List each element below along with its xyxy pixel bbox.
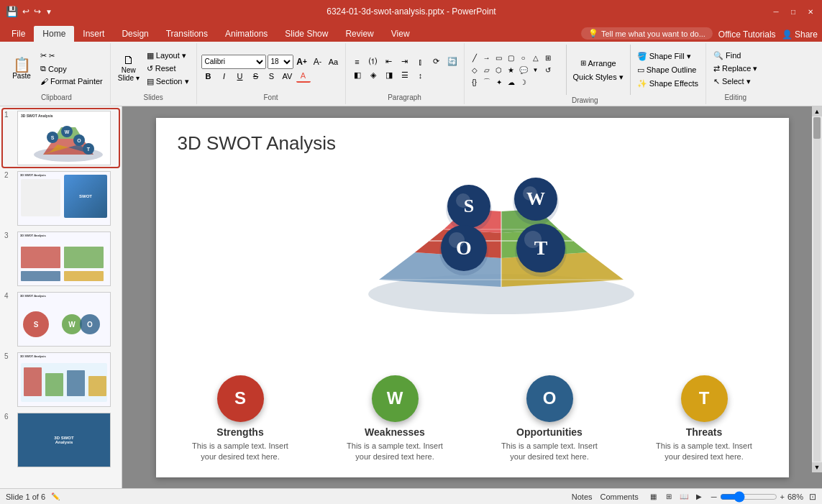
scroll-thumb[interactable]	[813, 117, 821, 139]
minimize-button[interactable]: ─	[770, 6, 782, 17]
font-color-button[interactable]: A	[296, 70, 311, 83]
callout-shape[interactable]: 💬	[518, 64, 529, 75]
select-button[interactable]: ↖ Select ▾	[711, 75, 754, 88]
font-size-select[interactable]: 18	[268, 55, 293, 69]
numbered-list-button[interactable]: ⑴	[366, 55, 380, 68]
more-shapes[interactable]: ⊞	[542, 52, 554, 63]
tab-slideshow[interactable]: Slide Show	[276, 26, 337, 42]
bullets-button[interactable]: ≡	[350, 55, 365, 68]
font-name-select[interactable]: Calibri	[201, 55, 266, 69]
decrease-indent-button[interactable]: ⇤	[382, 55, 396, 68]
arrange-button[interactable]: ⊞ Arrange	[570, 57, 626, 70]
diamond-shape[interactable]: ◇	[469, 64, 480, 75]
layout-button[interactable]: ▦ Layout ▾	[144, 50, 192, 62]
align-right-button[interactable]: ◨	[382, 69, 396, 82]
bold-button[interactable]: B	[201, 70, 216, 83]
tell-me-box[interactable]: 💡 Tell me what you want to do...	[581, 27, 713, 40]
restore-button[interactable]: □	[787, 6, 799, 17]
slide-thumb-5[interactable]: 5 3D SWOT Analysis	[3, 351, 119, 408]
tab-home[interactable]: Home	[34, 26, 74, 42]
fit-slide-button[interactable]: ⊡	[809, 492, 816, 502]
slideshow-button[interactable]: ▶	[693, 490, 705, 503]
bracket-shape[interactable]: {}	[469, 76, 480, 88]
format-painter-button[interactable]: 🖌 Format Painter	[37, 75, 106, 87]
shape-outline-button[interactable]: ▭ Shape Outline	[634, 64, 701, 76]
align-left-button[interactable]: ◧	[350, 69, 365, 82]
circle-shape[interactable]: ○	[518, 52, 529, 63]
cloud-shape[interactable]: ☁	[506, 76, 517, 88]
new-slide-button[interactable]: 🗋 New Slide ▾	[115, 53, 142, 83]
font-decrease-button[interactable]: A-	[311, 55, 325, 68]
scroll-down-button[interactable]: ▼	[812, 462, 822, 472]
notes-button[interactable]: Notes	[569, 492, 595, 501]
slide-thumb-6[interactable]: 6 3D SWOTAnalysis	[3, 411, 119, 469]
reset-button[interactable]: ↺ Reset	[144, 63, 192, 75]
slide-thumb-3[interactable]: 3 3D SWOT Analysis	[3, 230, 119, 288]
tab-view[interactable]: View	[383, 26, 419, 42]
save-icon[interactable]: 💾	[6, 6, 18, 17]
zoom-slider[interactable]	[720, 492, 777, 501]
shape-fill-button[interactable]: 🪣 Shape Fill ▾	[634, 50, 701, 63]
justify-button[interactable]: ☰	[398, 69, 412, 82]
notes-edit-icon[interactable]: ✏️	[51, 492, 60, 500]
smart-convert-button[interactable]: 🔄	[445, 55, 460, 68]
share-button[interactable]: 👤 Share	[782, 29, 818, 40]
shape-effects-button[interactable]: ✨ Shape Effects	[634, 78, 701, 90]
comments-button[interactable]: Comments	[598, 492, 641, 501]
underline-button[interactable]: U	[233, 70, 247, 83]
quick-access-customize[interactable]: ▼	[45, 8, 52, 16]
text-shadow-button[interactable]: S	[265, 70, 279, 83]
moon-shape[interactable]: ☽	[518, 76, 529, 88]
arrow-shape[interactable]: →	[481, 52, 493, 63]
close-button[interactable]: ✕	[805, 6, 816, 17]
italic-button[interactable]: I	[217, 70, 232, 83]
tab-review[interactable]: Review	[337, 26, 382, 42]
tab-insert[interactable]: Insert	[74, 26, 113, 42]
cut-button[interactable]: ✂ ✂	[37, 50, 106, 62]
tab-file[interactable]: File	[3, 26, 34, 42]
office-tutorials-link[interactable]: Office Tutorials	[718, 29, 776, 40]
status-bar-right: Notes Comments ▦ ⊞ 📖 ▶ ─ + 68% ⊡	[569, 490, 816, 503]
strikethrough-button[interactable]: S	[249, 70, 263, 83]
hexagon-shape[interactable]: ⬡	[493, 64, 505, 75]
redo-icon[interactable]: ↪	[34, 6, 41, 17]
zoom-out-button[interactable]: ─	[711, 492, 717, 501]
section-button[interactable]: ▤ Section ▾	[144, 75, 192, 88]
center-button[interactable]: ◈	[366, 69, 380, 82]
slide-thumb-4[interactable]: 4 3D SWOT Analysis S W O	[3, 290, 119, 348]
reading-view-button[interactable]: 📖	[677, 490, 690, 503]
slide-thumb-1[interactable]: 1 3D SWOT Analysis S W O T	[3, 109, 119, 167]
plus-shape[interactable]: ✦	[493, 76, 505, 88]
parallelogram-shape[interactable]: ▱	[481, 64, 493, 75]
shapes-expand[interactable]: ▼	[530, 64, 542, 75]
tab-animations[interactable]: Animations	[216, 26, 276, 42]
rect-shape[interactable]: ▭	[493, 52, 505, 63]
quick-styles-button[interactable]: Quick Styles ▾	[570, 71, 626, 83]
slide-thumb-2[interactable]: 2 3D SWOT Analysis SWOT	[3, 170, 119, 227]
increase-indent-button[interactable]: ⇥	[398, 55, 412, 68]
columns-button[interactable]: ⫿	[414, 55, 428, 68]
clear-format-button[interactable]: Aa	[326, 55, 341, 68]
undo-icon[interactable]: ↩	[22, 6, 29, 17]
replace-button[interactable]: ⇄ Replace ▾	[711, 63, 760, 75]
slide-canvas[interactable]: 3D SWOT Analysis	[156, 118, 789, 477]
rounded-rect-shape[interactable]: ▢	[506, 52, 517, 63]
font-increase-button[interactable]: A+	[295, 55, 309, 68]
paste-button[interactable]: 📋 Paste	[7, 56, 36, 81]
line-spacing-button[interactable]: ↕	[414, 69, 428, 82]
line-shape[interactable]: ╱	[469, 52, 480, 63]
zoom-in-button[interactable]: +	[780, 492, 785, 501]
find-button[interactable]: 🔍 Find	[711, 50, 744, 62]
tab-design[interactable]: Design	[113, 26, 157, 42]
slide-sorter-button[interactable]: ⊞	[662, 490, 675, 503]
tab-transitions[interactable]: Transitions	[157, 26, 216, 42]
copy-button[interactable]: ⧉ Copy	[37, 63, 106, 75]
text-direction-button[interactable]: ⟳	[429, 55, 444, 68]
brace-shape[interactable]: ⌒	[481, 76, 493, 88]
curved-arrow[interactable]: ↺	[542, 64, 554, 75]
normal-view-button[interactable]: ▦	[647, 490, 660, 503]
star-shape[interactable]: ★	[506, 64, 517, 75]
triangle-shape[interactable]: △	[530, 52, 542, 63]
scroll-up-button[interactable]: ▲	[812, 106, 822, 116]
char-spacing-button[interactable]: AV	[280, 70, 295, 83]
